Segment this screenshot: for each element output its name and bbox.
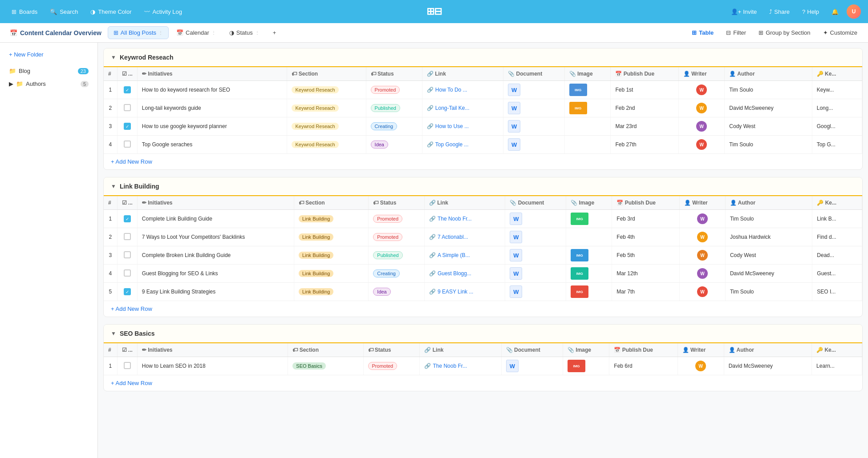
- image-cell: IMG: [564, 81, 611, 99]
- document-cell: W: [505, 210, 566, 228]
- status-badge[interactable]: Creating: [373, 269, 400, 277]
- row-checkbox[interactable]: [124, 269, 131, 277]
- boards-button[interactable]: ⊞ Boards: [7, 6, 42, 18]
- row-checkbox-cell: [117, 136, 137, 154]
- link-text[interactable]: 9 EASY Link ...: [438, 289, 474, 295]
- check-all-icon[interactable]: ☑ ...: [122, 71, 133, 77]
- tab-all-blog-posts[interactable]: ⊞ All Blog Posts ⋮: [108, 26, 169, 39]
- link-cell: 🔗 Top Google ...: [422, 136, 503, 154]
- add-row-button-1[interactable]: + Add New Row: [104, 301, 862, 317]
- row-checkbox[interactable]: [124, 251, 131, 258]
- table-button[interactable]: ⊞ Table: [686, 27, 719, 39]
- activity-log-button[interactable]: 〰 Activity Log: [140, 6, 187, 18]
- section-collapse-1[interactable]: ▼: [111, 183, 116, 189]
- calendar-col-icon: 📅: [615, 71, 622, 77]
- filter-button[interactable]: ⊟ Filter: [721, 27, 751, 39]
- link-text[interactable]: The Noob Fr...: [433, 363, 467, 369]
- col-publish-header: 📅 Publish Due: [609, 343, 677, 357]
- section-tag[interactable]: Keywrod Reseach: [292, 104, 338, 112]
- share-button[interactable]: ⤴ Share: [765, 6, 794, 18]
- status-badge[interactable]: Promoted: [373, 233, 402, 241]
- section-tag[interactable]: Keywrod Reseach: [292, 86, 338, 93]
- tag-icon: 🏷: [299, 200, 304, 206]
- customize-button[interactable]: ✦ Customize: [818, 27, 863, 39]
- status-badge[interactable]: Idea: [373, 288, 390, 296]
- section-tag[interactable]: Keywrod Reseach: [292, 141, 338, 148]
- row-checkbox[interactable]: [124, 141, 131, 148]
- link-text[interactable]: Guest Blogg...: [438, 270, 471, 277]
- filter-icon: ⊟: [726, 29, 731, 36]
- add-row-button-0[interactable]: + Add New Row: [104, 154, 862, 169]
- link-text[interactable]: Top Google ...: [435, 141, 469, 148]
- section-tag[interactable]: Link Building: [299, 270, 333, 277]
- help-button[interactable]: ? Help: [798, 6, 823, 18]
- notifications-button[interactable]: 🔔: [827, 6, 843, 18]
- link-text[interactable]: How To Do ...: [435, 87, 467, 93]
- check-all-icon[interactable]: ☑ ...: [122, 347, 133, 353]
- status-badge[interactable]: Promoted: [368, 362, 397, 370]
- document-icon[interactable]: W: [508, 138, 520, 151]
- tab-calendar[interactable]: 📅 Calendar ⋮: [170, 26, 222, 39]
- link-text[interactable]: Long-Tail Ke...: [435, 105, 470, 111]
- row-checkbox[interactable]: ✓: [124, 215, 131, 222]
- document-icon[interactable]: W: [508, 84, 520, 96]
- document-icon[interactable]: W: [510, 267, 522, 280]
- sidebar-item-authors[interactable]: ▶ 📁 Authors 5: [4, 77, 94, 90]
- row-checkbox[interactable]: ✓: [124, 86, 131, 93]
- theme-color-button[interactable]: ◑ Theme Color: [86, 6, 136, 18]
- link-cell: 🔗 7 Actionabl...: [424, 228, 505, 246]
- link-text[interactable]: The Noob Fr...: [438, 216, 472, 222]
- status-badge[interactable]: Promoted: [371, 86, 400, 94]
- row-checkbox[interactable]: ✓: [124, 288, 131, 295]
- row-checkbox[interactable]: [124, 104, 131, 111]
- status-badge[interactable]: Published: [373, 251, 402, 259]
- link-text[interactable]: 7 Actionabl...: [438, 234, 468, 240]
- check-all-icon[interactable]: ☑ ...: [122, 200, 133, 206]
- key-cell: Learn...: [812, 357, 862, 375]
- section-collapse-2[interactable]: ▼: [111, 330, 116, 337]
- document-icon[interactable]: W: [508, 102, 520, 114]
- section-collapse-0[interactable]: ▼: [111, 54, 116, 60]
- status-badge[interactable]: Idea: [371, 141, 388, 149]
- section-tag[interactable]: Link Building: [299, 215, 333, 222]
- row-checkbox[interactable]: [124, 362, 131, 369]
- link-text[interactable]: A Simple (B...: [438, 252, 470, 258]
- invite-button[interactable]: 👤+ Invite: [726, 6, 762, 18]
- add-view-button[interactable]: +: [267, 26, 282, 39]
- document-icon[interactable]: W: [510, 249, 522, 261]
- writer-avatar: W: [697, 286, 708, 297]
- link-text[interactable]: How to Use ...: [435, 123, 469, 129]
- row-checkbox[interactable]: ✓: [124, 123, 131, 130]
- publish-due-cell: Mar 7th: [612, 283, 680, 301]
- sidebar-item-blog[interactable]: 📁 Blog 23: [4, 64, 94, 77]
- section-tag[interactable]: Link Building: [299, 288, 333, 295]
- status-badge[interactable]: Creating: [371, 122, 397, 130]
- status-badge[interactable]: Promoted: [373, 215, 402, 223]
- image-cell: IMG: [566, 246, 612, 265]
- calendar-icon: 📅: [10, 29, 17, 36]
- new-folder-button[interactable]: + New Folder: [4, 48, 94, 61]
- row-checkbox[interactable]: [124, 233, 131, 240]
- section-tag[interactable]: Link Building: [299, 252, 333, 259]
- search-button[interactable]: 🔍 Search: [45, 6, 82, 18]
- boards-icon: ⊞: [12, 8, 16, 15]
- document-icon[interactable]: W: [510, 231, 522, 243]
- tab-status[interactable]: ◑ Status ⋮: [223, 26, 265, 39]
- image-cell: IMG: [566, 210, 612, 228]
- add-row-button-2[interactable]: + Add New Row: [104, 375, 862, 391]
- document-icon[interactable]: W: [510, 285, 522, 298]
- document-cell: W: [503, 117, 564, 136]
- document-icon[interactable]: W: [510, 213, 522, 225]
- section-tag[interactable]: Keywrod Reseach: [292, 123, 338, 130]
- col-check-header: ☑ ...: [117, 343, 137, 357]
- document-icon[interactable]: W: [506, 360, 519, 372]
- section-tag[interactable]: Link Building: [299, 233, 333, 241]
- col-doc-header: 📎 Document: [505, 196, 566, 210]
- group-by-section-button[interactable]: ⊞ Group by Section: [753, 27, 815, 39]
- document-icon[interactable]: W: [508, 120, 520, 133]
- status-badge[interactable]: Published: [371, 104, 400, 112]
- user-avatar[interactable]: U: [847, 4, 861, 19]
- author-cell: Joshua Hardwick: [725, 228, 812, 246]
- activity-icon: 〰: [144, 8, 150, 15]
- section-tag[interactable]: SEO Basics: [292, 362, 326, 370]
